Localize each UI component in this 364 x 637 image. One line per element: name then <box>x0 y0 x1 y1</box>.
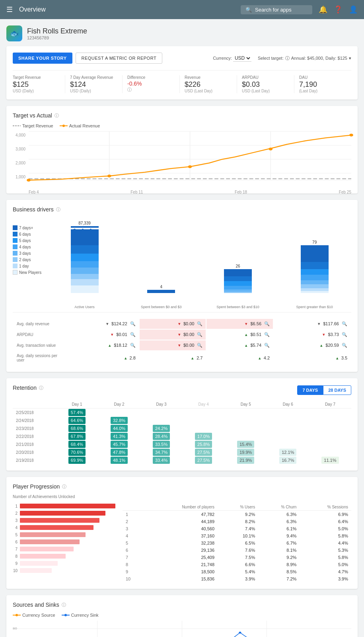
pp-table-row-0: 147,7829.2%6.3%6.9% <box>123 511 351 518</box>
pp-bar-fill-7 <box>20 554 66 559</box>
ret-value-6-6: 11.1% <box>321 457 339 464</box>
search-icon: 🔍 <box>245 7 252 13</box>
ret-cell-6-3: 27.5% <box>183 456 225 464</box>
magnify-icon-0-0[interactable]: 🔍 <box>130 321 136 326</box>
pp-bar-fill-3 <box>20 525 93 530</box>
diff-info-icon[interactable]: ⓘ <box>127 87 132 92</box>
ss-source-label: Currency Source <box>22 613 55 617</box>
target-dropdown-icon[interactable]: ▾ <box>349 56 351 61</box>
pp-cell-4-1: 32,238 <box>144 539 218 547</box>
pp-cell-6-0: 7 <box>123 554 144 561</box>
pp-bar-6: 6 <box>13 539 116 544</box>
pp-cell-4-2: 6.5% <box>218 539 258 547</box>
retention-info-icon[interactable]: ⓘ <box>39 385 43 391</box>
magnify-icon-1-3[interactable]: 🔍 <box>342 332 347 337</box>
ret-value-3-1: 41.3% <box>111 433 128 440</box>
trend-icon-1-0: ▾ <box>111 332 113 337</box>
ret-cell-5-4: 19.9% <box>225 448 267 456</box>
pp-info-icon[interactable]: ⓘ <box>62 484 66 490</box>
pp-table-row-3: 437,16010.1%9.4%5.8% <box>123 532 351 539</box>
pp-bar-5: 5 <box>13 532 116 537</box>
legend-4days: 4 days <box>13 244 41 249</box>
toggle-28days[interactable]: 28 DAYS <box>323 385 351 395</box>
magnify-icon-1-1[interactable]: 🔍 <box>197 332 202 337</box>
ss-info-icon[interactable]: ⓘ <box>62 602 66 608</box>
tva-chart: 4,000 3,000 2,000 1,000 <box>13 131 351 187</box>
ret-row-1: 2/24/2018 64.6% 32.8% <box>13 416 351 424</box>
pp-bar-3: 3 <box>13 518 116 523</box>
pp-bar-10: 10 <box>13 568 116 573</box>
legend-7days-label: 7 days+ <box>19 226 33 230</box>
pp-bar-label-3: 4 <box>13 526 18 530</box>
bd-col-1 <box>62 313 139 318</box>
request-metric-button[interactable]: REQUEST A METRIC OR REPORT <box>76 53 163 64</box>
currency-dropdown[interactable]: USD <box>233 55 251 62</box>
ret-row-5: 2/20/2018 70.6% 47.8% 34.7% 27.5% 19.9% … <box>13 448 351 456</box>
menu-icon[interactable]: ☰ <box>6 5 13 14</box>
ret-value-5-4: 19.9% <box>237 449 254 456</box>
x-label-2: Feb 18 <box>235 190 247 194</box>
magnify-icon-1-2[interactable]: 🔍 <box>264 332 270 337</box>
ret-value-4-0: 68.4% <box>68 441 86 448</box>
magnify-icon-1-0[interactable]: 🔍 <box>130 332 136 337</box>
metric-label-3: Revenue <box>185 75 232 80</box>
target-info: Select target: ⓘ Annual: $45,000, Daily:… <box>258 55 351 61</box>
tva-legend: Target Revenue Actual Revenue <box>13 123 351 128</box>
search-bar[interactable]: 🔍 Search for apps <box>241 5 312 14</box>
bd-info-icon[interactable]: ⓘ <box>56 207 60 213</box>
bd-title: Business drivers ⓘ <box>13 206 351 213</box>
bell-icon[interactable]: 🔔 <box>319 5 327 14</box>
trend-icon-0-0: ▾ <box>106 321 109 326</box>
pp-cell-1-2: 8.2% <box>218 518 258 525</box>
magnify-icon-0-1[interactable]: 🔍 <box>197 321 202 326</box>
toggle-7days[interactable]: 7 DAYS <box>297 385 323 395</box>
ss-svg: 80 60 20 0 <box>13 621 351 637</box>
magnify-icon-2-1[interactable]: 🔍 <box>197 343 202 348</box>
bd-data-table: Avg. daily revenue ▾ $124.22 🔍 ▾ $0.00 🔍… <box>13 312 351 365</box>
bd-row-arpdau: ARPDAU ▾ $0.01 🔍 ▾ $0.00 🔍 ▴ $0.51 <box>14 330 350 340</box>
ret-cell-2-0: 68.6% <box>56 424 98 432</box>
bar-spent-10plus: 79 <box>278 240 351 293</box>
bd-col-4 <box>274 313 350 318</box>
ret-cell-3-3: 17.0% <box>183 432 225 440</box>
magnify-icon-2-2[interactable]: 🔍 <box>264 343 270 348</box>
bd-row-avg-revenue: Avg. daily revenue ▾ $124.22 🔍 ▾ $0.00 🔍… <box>14 319 350 329</box>
y-label-0: 4,000 <box>13 133 25 137</box>
pp-bar-fill-4 <box>20 532 86 537</box>
y-label-1: 3,000 <box>13 147 25 151</box>
help-icon[interactable]: ❓ <box>334 5 343 14</box>
info-circle-icon: ⓘ <box>285 55 290 61</box>
tva-chart-area: Feb 4 Feb 11 Feb 18 Feb 25 <box>29 131 351 187</box>
legend-1day: 1 day <box>13 264 41 268</box>
bd-val-1-0: ▾ $0.01 🔍 <box>62 330 139 340</box>
player-progression-card: Player Progression ⓘ Number of Achieveme… <box>6 477 358 589</box>
ret-value-6-2: 33.4% <box>153 457 170 464</box>
magnify-icon-0-2[interactable]: 🔍 <box>264 321 270 326</box>
pp-subtitle: Number of Achievements Unlocked <box>13 494 351 499</box>
metric-value-2: -0.6% <box>127 80 175 87</box>
ret-row-4: 2/21/2018 68.4% 45.7% 33.5% 25.8% 15.4% <box>13 440 351 448</box>
share-story-button[interactable]: SHARE YOUR STORY <box>13 53 72 64</box>
bd-val-3-2: ▴ 4.2 <box>206 351 273 365</box>
tva-info-icon[interactable]: ⓘ <box>55 113 59 119</box>
ret-date-2: 2/23/2018 <box>13 424 56 432</box>
magnify-icon-2-0[interactable]: 🔍 <box>130 343 136 348</box>
ret-date-3: 2/22/2018 <box>13 432 56 440</box>
pp-cell-1-4: 6.4% <box>300 518 351 525</box>
pp-bar-label-7: 8 <box>13 554 18 559</box>
trend-icon-1-2: ▴ <box>245 332 247 337</box>
avatar-icon[interactable]: 👤 <box>349 5 358 14</box>
ret-cell-4-1: 45.7% <box>98 440 140 448</box>
ret-value-6-4: 21.9% <box>237 457 254 464</box>
pp-cell-2-3: 6.1% <box>258 525 300 532</box>
bd-val-2-0: ▴ $18.12 🔍 <box>62 340 139 350</box>
pp-bar-fill-5 <box>20 539 80 544</box>
magnify-icon-2-3[interactable]: 🔍 <box>342 343 347 348</box>
action-row: SHARE YOUR STORY REQUEST A METRIC OR REP… <box>13 53 351 64</box>
magnify-icon-0-3[interactable]: 🔍 <box>342 321 347 326</box>
metric-target-revenue: Target Revenue $125 USD (Daily) <box>13 75 65 93</box>
ss-chart-area: 80 60 20 0 <box>13 621 351 637</box>
legend-new: New Players <box>13 270 41 275</box>
ret-cell-4-0: 68.4% <box>56 440 98 448</box>
pp-cell-2-4: 5.0% <box>300 525 351 532</box>
